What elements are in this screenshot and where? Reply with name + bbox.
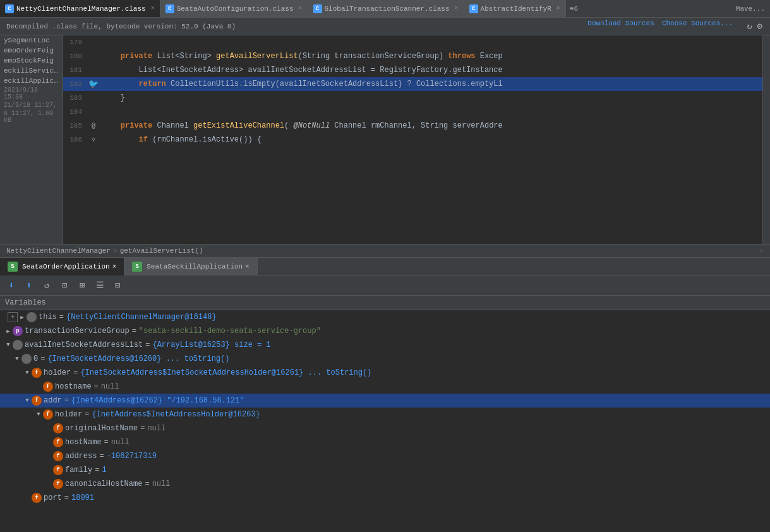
tab-close-seata-auto[interactable]: × [299, 5, 303, 12]
var-eq-hostname: = [94, 382, 99, 391]
var-row-canonical[interactable]: ▶ f canonicalHostName = null [0, 477, 770, 491]
var-name-hostname: hostname [55, 382, 92, 391]
code-lines: 179 180 private List<String> getAvailSer… [63, 35, 762, 244]
tab-bar: C NettyClientChannelManager.class × C Se… [0, 0, 770, 18]
debug-btn-minus[interactable]: ⊟ [110, 278, 125, 293]
tab-close-abstract[interactable]: × [556, 5, 560, 12]
tab-overflow[interactable]: ≡6 [566, 5, 582, 13]
choose-sources-link[interactable]: Choose Sources... [662, 20, 733, 33]
tab-global-scanner[interactable]: C GlobalTransactionScanner.class × [308, 0, 464, 18]
bookmark-icon: 🐦 [88, 79, 99, 89]
debug-btn-grid[interactable]: ⊡ [57, 278, 72, 293]
line-num-185: 185 [63, 122, 87, 130]
debug-btn-lines[interactable]: ☰ [92, 278, 107, 293]
left-panel-item-2[interactable]: emoOrderFeig [0, 45, 63, 56]
left-panel-item-3[interactable]: emoStockFeig [0, 56, 63, 66]
var-eq-port: = [64, 493, 69, 502]
var-toggle-this[interactable]: ▶ [18, 313, 27, 322]
code-text-182: return CollectionUtils.isEmpty(availInet… [100, 80, 503, 88]
gutter-186: ▽ [87, 136, 100, 143]
session-label-order: SeataOrderApplication [22, 263, 110, 270]
session-close-order[interactable]: × [112, 263, 117, 270]
left-panel-item-1[interactable]: ySegmentLoc [0, 35, 63, 45]
info-bar: Decompiled .class file, bytecode version… [0, 18, 770, 35]
variables-panel: Variables + ▶ this = {NettyClientChannel… [0, 296, 770, 529]
var-toggle-txgroup[interactable]: ▶ [4, 327, 13, 336]
main-area: ySegmentLoc emoOrderFeig emoStockFeig ec… [0, 35, 770, 244]
var-eq-holder2: = [85, 410, 89, 419]
info-bar-icons: ↻ ⚙ [745, 20, 764, 33]
var-row-this[interactable]: + ▶ this = {NettyClientChannelManager@16… [0, 310, 770, 324]
var-val-hn2: null [111, 438, 129, 447]
debug-btn-table[interactable]: ⊞ [75, 278, 90, 293]
code-line-181: 181 List<InetSocketAddress> availInetSoc… [63, 63, 762, 77]
session-tab-order[interactable]: S SeataOrderApplication × [0, 258, 124, 275]
settings-icon[interactable]: ⚙ [756, 20, 764, 33]
var-row-port[interactable]: ▶ f port = 18091 [0, 491, 770, 505]
var-name-txgroup: transactionServiceGroup [25, 327, 129, 336]
session-tab-seckill[interactable]: S SeataSeckillApplication × [124, 258, 257, 275]
var-row-family[interactable]: ▶ f family = 1 [0, 463, 770, 477]
gutter-185: @ [87, 122, 100, 130]
var-val-0: {InetSocketAddress@16260} ... toString() [47, 354, 229, 363]
var-icon-address: f [53, 451, 63, 461]
var-row-0[interactable]: ▼ 0 = {InetSocketAddress@16260} ... toSt… [0, 352, 770, 366]
code-area: 179 180 private List<String> getAvailSer… [63, 35, 762, 244]
debug-btn-reload[interactable]: ↺ [39, 278, 54, 293]
debug-btn-download[interactable]: ⬇ [4, 278, 19, 293]
var-toggle-avail[interactable]: ▼ [4, 341, 13, 349]
meta-1: 2021/9/18 15:38 [0, 86, 63, 101]
refresh-icon[interactable]: ↻ [745, 20, 753, 33]
code-line-183: 183 } [63, 91, 762, 105]
left-panel-item-5[interactable]: eckillApplication [0, 76, 63, 86]
code-scrollbar[interactable] [762, 35, 770, 244]
line-num-184: 184 [63, 108, 87, 116]
tab-close-global[interactable]: × [455, 5, 459, 12]
code-line-186: 186 ▽ if (rmChannel.isActive()) { [63, 133, 762, 147]
session-close-seckill[interactable]: × [245, 263, 250, 270]
debug-btn-upload[interactable]: ⬆ [21, 278, 37, 293]
var-row-address[interactable]: ▶ f address = -1062717319 [0, 449, 770, 463]
var-eq-avail: = [145, 341, 150, 349]
var-row-orig-hostname[interactable]: ▶ f originalHostName = null [0, 421, 770, 435]
breadcrumb-right-arrow: › [759, 246, 764, 255]
left-panel-item-4[interactable]: eckillServiceIm [0, 66, 63, 76]
var-name-orig: originalHostName [65, 424, 138, 433]
var-row-txgroup[interactable]: ▶ p transactionServiceGroup = "seata-sec… [0, 324, 770, 338]
var-eq-this: = [59, 313, 64, 322]
decompiled-info: Decompiled .class file, bytecode version… [6, 23, 236, 30]
download-sources-link[interactable]: Download Sources [587, 20, 654, 33]
tab-abstract[interactable]: C AbstractIdentifyR × [464, 0, 566, 18]
var-toggle-addr[interactable]: ▼ [23, 396, 32, 405]
var-toggle-holder2[interactable]: ▼ [34, 410, 43, 419]
session-tabs: S SeataOrderApplication × S SeataSeckill… [0, 258, 770, 275]
var-row-hostname2[interactable]: ▶ f hostName = null [0, 435, 770, 449]
var-toggle-holder1[interactable]: ▼ [23, 368, 32, 377]
tab-netty[interactable]: C NettyClientChannelManager.class × [0, 0, 160, 18]
variables-header: Variables [0, 296, 770, 310]
var-val-txgroup: "seata-seckill-demo-seata-service-group" [139, 327, 321, 336]
var-icon-family: f [53, 465, 63, 475]
var-toggle-0[interactable]: ▼ [13, 354, 21, 363]
var-val-holder2: {InetAddress$InetAddressHolder@16263} [92, 410, 260, 419]
tab-label-global: GlobalTransactionScanner.class [325, 5, 450, 13]
code-line-182: 182 🐦 return CollectionUtils.isEmpty(ava… [63, 77, 762, 91]
var-row-hostname[interactable]: ▶ f hostname = null [0, 380, 770, 394]
code-text-185: private Channel getExistAliveChannel( @N… [100, 121, 503, 130]
var-row-holder1[interactable]: ▼ f holder = {InetSocketAddress$InetSock… [0, 366, 770, 380]
var-row-holder2[interactable]: ▼ f holder = {InetAddress$InetAddressHol… [0, 408, 770, 421]
var-icon-avail [13, 340, 23, 350]
tab-close-netty[interactable]: × [151, 5, 155, 12]
var-add-this[interactable]: + [8, 312, 18, 322]
var-icon-addr: f [32, 396, 42, 406]
var-row-addr[interactable]: ▼ f addr = {Inet4Address@16262} "/192.16… [0, 394, 770, 408]
breadcrumb-class: NettyClientChannelManager [6, 247, 111, 255]
var-icon-hostname: f [43, 382, 53, 392]
var-eq-orig: = [140, 424, 145, 433]
code-line-180: 180 private List<String> getAvailServerL… [63, 49, 762, 63]
var-row-avail[interactable]: ▼ availInetSocketAddressList = {ArrayLis… [0, 338, 770, 352]
tab-seata-auto[interactable]: C SeataAutoConfiguration.class × [160, 0, 308, 18]
var-icon-holder2: f [43, 409, 53, 420]
var-icon-holder1: f [32, 368, 42, 378]
tab-icon-abstract: C [469, 4, 478, 13]
